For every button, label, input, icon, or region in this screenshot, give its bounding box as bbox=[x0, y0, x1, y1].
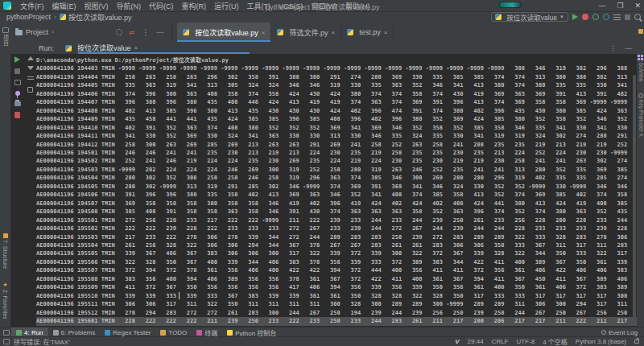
pin-tab-icon[interactable] bbox=[15, 91, 20, 96]
console-line: AE000041196 194408 TMIN 402 413 385 396 … bbox=[36, 107, 637, 115]
menu-item[interactable]: 运行(U) bbox=[210, 2, 243, 10]
file-encoding[interactable]: UTF-8 bbox=[517, 338, 535, 345]
lock-icon[interactable] bbox=[634, 340, 639, 344]
stop-button[interactable] bbox=[625, 14, 630, 20]
event-log-button[interactable]: Event Log bbox=[601, 329, 638, 336]
soft-wrap-icon[interactable] bbox=[27, 76, 34, 81]
console-line: AE000041196 194403 TMIN -9999 -9999 -999… bbox=[36, 64, 637, 72]
breadcrumb-file[interactable]: 按位次读取value.py bbox=[68, 12, 132, 23]
restore-layout-icon[interactable] bbox=[14, 80, 21, 85]
event-log-icon bbox=[601, 330, 606, 335]
tool-button-project[interactable]: 项目 bbox=[0, 27, 10, 46]
right-stripe-icon[interactable] bbox=[638, 29, 643, 34]
more-options-icon[interactable]: ⋮ bbox=[142, 28, 149, 36]
down-stack-trace-icon[interactable] bbox=[27, 66, 34, 70]
more-options-icon[interactable]: ⋮ bbox=[609, 44, 617, 52]
minimize-icon[interactable]: — bbox=[598, 0, 605, 11]
console-line: AE000041196 195512 TMIN 278 294 283 272 … bbox=[36, 309, 637, 317]
star-icon: ★ bbox=[2, 282, 7, 288]
interpreter[interactable]: Python 3.8 (base) bbox=[576, 338, 626, 345]
vertical-scrollbar[interactable] bbox=[633, 75, 636, 321]
more-run-options-icon[interactable] bbox=[613, 14, 621, 20]
rerun-button[interactable] bbox=[14, 56, 20, 63]
tool-button-sciview[interactable]: SciView bbox=[637, 63, 644, 81]
chevron-down-icon: ˅ bbox=[52, 30, 55, 35]
console-line: AE000041196 194411 TMIN 341 330 352 369 … bbox=[36, 132, 637, 140]
navigation-bar: pythonProject › 按位次读取value.py 按位次读取value… bbox=[0, 11, 644, 23]
tool-window-switcher-icon[interactable] bbox=[3, 330, 10, 336]
console-line: AE000041196 195506 TMIN 322 328 350 367 … bbox=[36, 258, 637, 266]
project-icon bbox=[2, 27, 9, 33]
tool-window-button-label: 4: Run bbox=[24, 329, 43, 336]
run-config-name: 按位次读取value bbox=[506, 12, 557, 22]
clear-console-icon[interactable] bbox=[14, 112, 20, 118]
indent-setting[interactable]: 4 个空格 bbox=[543, 337, 568, 346]
tool-window-button-label: Python 控制台 bbox=[235, 328, 276, 337]
tool-button-favorites[interactable]: ★ 2: Favorites bbox=[0, 282, 10, 319]
divider bbox=[171, 23, 172, 42]
editor-tab[interactable]: 筛选文件.py× bbox=[271, 23, 341, 42]
menu-item[interactable]: 编辑(E) bbox=[48, 2, 80, 10]
close-icon[interactable]: × bbox=[262, 29, 266, 36]
console-line: AE000041196 194407 TMIN 396 380 396 380 … bbox=[36, 98, 637, 106]
scroll-to-end-icon[interactable] bbox=[27, 87, 33, 93]
console-line: AE000041196 195511 TMIN 306 306 317 311 … bbox=[36, 300, 637, 308]
close-icon[interactable]: ✕ bbox=[634, 0, 641, 11]
menu-item[interactable]: 导航(N) bbox=[113, 2, 146, 10]
project-panel-icons: ⇄ ⋮ — bbox=[116, 23, 164, 42]
editor-tab-bar: Project ˅ ⇄ ⋮ — 按位次读取value.py×筛选文件.py×te… bbox=[10, 23, 637, 42]
coverage-button[interactable] bbox=[592, 14, 599, 20]
status-message: 拼写错误: 在'TMAX' bbox=[14, 337, 70, 346]
tool-window-button-icon bbox=[160, 330, 166, 336]
console-line: AE000041196 194503 TMIN -9999 202 224 22… bbox=[36, 166, 637, 174]
console-line: AE000041196 195601 TMIN 228 222 222 222 … bbox=[36, 317, 637, 325]
menu-item[interactable]: 重构(R) bbox=[178, 2, 211, 10]
python-icon bbox=[65, 45, 72, 51]
menu-item[interactable]: 视图(V) bbox=[80, 2, 113, 10]
print-icon[interactable] bbox=[14, 101, 21, 106]
python-icon bbox=[495, 14, 502, 20]
close-icon[interactable]: × bbox=[134, 44, 138, 51]
stop-button[interactable] bbox=[14, 68, 20, 74]
run-console: D:\anaconda\python.exe D:/pythonProject/… bbox=[10, 54, 637, 327]
text-caret bbox=[179, 292, 180, 299]
breadcrumb-project[interactable]: pythonProject bbox=[6, 13, 51, 21]
console-line: AE000041196 195504 TMIN 261 256 328 322 … bbox=[36, 241, 637, 249]
tool-button-structure[interactable]: 7: Structure bbox=[0, 233, 10, 269]
menu-item[interactable]: 文件(F) bbox=[16, 2, 48, 10]
status-corner-icon[interactable] bbox=[3, 339, 10, 344]
breadcrumb-separator: › bbox=[54, 13, 56, 21]
key-promoter-icon[interactable] bbox=[638, 93, 643, 98]
sciview-icon[interactable] bbox=[638, 55, 643, 60]
up-stack-trace-icon[interactable] bbox=[27, 56, 34, 60]
locate-file-icon[interactable]: ⇄ bbox=[130, 29, 135, 36]
line-ending[interactable]: CRLF bbox=[492, 338, 509, 345]
tool-window-button-icon bbox=[227, 330, 233, 336]
close-icon[interactable]: × bbox=[331, 29, 335, 36]
run-controls: 按位次读取value ▼ bbox=[491, 12, 641, 22]
debug-button[interactable] bbox=[582, 14, 588, 20]
run-button[interactable] bbox=[572, 14, 578, 20]
gear-icon[interactable] bbox=[116, 29, 122, 35]
structure-icon bbox=[3, 233, 8, 238]
tool-button-key-promoter[interactable]: Key Promoter X bbox=[637, 100, 644, 137]
console-line: AE000041196 194412 TMIN 258 300 263 269 … bbox=[36, 141, 637, 149]
run-toolbar bbox=[10, 56, 24, 118]
editor-tab[interactable]: test.py× bbox=[341, 23, 394, 42]
caret-position[interactable]: 29:44 bbox=[468, 338, 484, 345]
profiler-button[interactable] bbox=[603, 14, 609, 20]
run-config-selector[interactable]: 按位次读取value ▼ bbox=[491, 12, 568, 22]
console-output: D:\anaconda\python.exe D:/pythonProject/… bbox=[36, 56, 637, 326]
console-line: AE000041196 194501 TMIN 246 246 241 241 … bbox=[36, 149, 637, 157]
hide-panel-icon[interactable]: — bbox=[156, 28, 163, 36]
editor-tab[interactable]: 按位次读取value.py× bbox=[177, 23, 271, 42]
hide-panel-icon[interactable]: — bbox=[625, 44, 632, 52]
python-file-icon bbox=[183, 29, 189, 35]
close-icon[interactable]: × bbox=[384, 29, 388, 36]
console-line: AE000041196 194409 TMIN 435 458 441 441 … bbox=[36, 115, 637, 123]
search-everywhere-icon[interactable] bbox=[634, 14, 641, 20]
console-line: AE000041196 195508 TMIN 383 356 400 394 … bbox=[36, 275, 637, 283]
menu-item[interactable]: 代码(C) bbox=[145, 2, 178, 10]
maximize-icon[interactable]: ❐ bbox=[617, 0, 623, 11]
project-panel-header[interactable]: Project ˅ bbox=[10, 23, 61, 42]
